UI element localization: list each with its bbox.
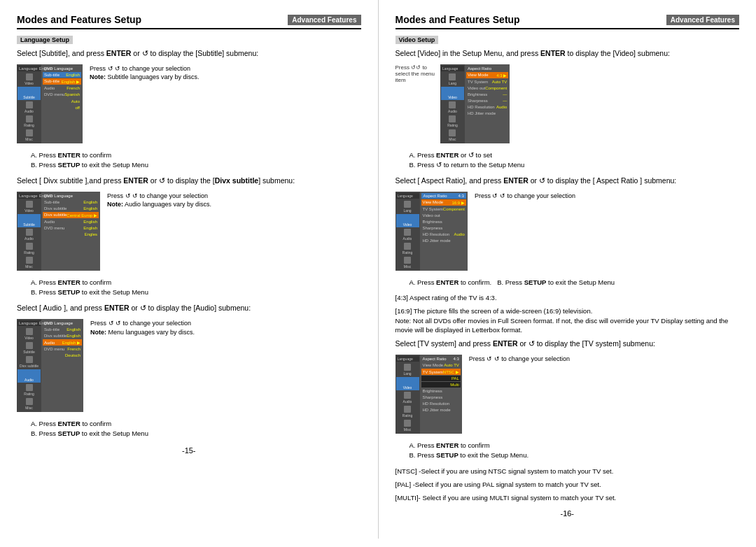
audio-menu-diagram: Language English Video Subtitle Divx sub…: [17, 319, 361, 412]
subtitle-menu-box: Language English Video Subtitle Audio: [17, 64, 83, 143]
ratio-169-desc: [16:9] The picture fills the screen of a…: [396, 306, 740, 334]
right-page-number: -16-: [396, 509, 740, 518]
audio-menu-video[interactable]: Video: [18, 327, 41, 341]
tv-menu-diagram: Language Lang Video Audio: [396, 355, 740, 434]
aspect-menu-box: Language Lang Video Audio: [396, 192, 468, 271]
menu-item-misc[interactable]: Misc: [18, 129, 41, 142]
tv-side-note: Press ↺ ↺ to change your selection: [469, 355, 739, 364]
divx-menu-diagram: Language English Video Subtitle Audio: [17, 192, 361, 271]
aspect-instruction: Select [ Aspect Ratio], and press ENTER …: [396, 176, 740, 186]
aspect-steps: A. Press ENTER to confirm. B. Press SETU…: [410, 278, 740, 287]
aspect-menu-misc[interactable]: Misc: [396, 256, 419, 269]
video-menu-rating[interactable]: Rating: [441, 115, 464, 128]
multi-desc: [MULTI]- Select if you are using MULTI s…: [396, 493, 740, 502]
divx-menu-audio[interactable]: Audio: [18, 228, 41, 241]
menu-item-video[interactable]: Video: [18, 73, 41, 86]
divx-menu-box: Language English Video Subtitle Audio: [17, 192, 100, 271]
aspect-side-note: Press ↺ ↺ to change your selection: [475, 192, 739, 201]
subtitle-side-note: Press ↺ ↺ to change your selection Note:…: [90, 64, 360, 82]
divx-menu-misc[interactable]: Misc: [18, 256, 41, 269]
tv-steps: A. Press ENTER to confirm B. Press SETUP…: [410, 441, 740, 461]
menu-item-audio[interactable]: Audio: [18, 101, 41, 114]
subtitle-instruction: Select [Subtitle], and press ENTER or ↺ …: [17, 48, 361, 59]
divx-instruction: Select [ Divx subtitle ],and press ENTER…: [17, 176, 361, 186]
video-menu-box: Language Lang Video Audio: [440, 64, 510, 143]
audio-menu-rating[interactable]: Rating: [18, 383, 41, 397]
video-menu-diagram: Press ↺↺ toselect the menuitem Language …: [396, 64, 740, 143]
right-advanced-badge: Advanced Features: [666, 15, 739, 25]
menu-item-rating[interactable]: Rating: [18, 115, 41, 128]
aspect-menu-rating[interactable]: Rating: [396, 242, 419, 255]
left-section-tag: Language Setup: [17, 36, 73, 44]
left-page-number: -15-: [17, 446, 361, 455]
aspect-menu-video[interactable]: Video: [396, 214, 419, 227]
divx-menu-video[interactable]: Video: [18, 200, 41, 213]
tv-system-instruction: Select [TV system] and press ENTER or ↺ …: [396, 339, 740, 349]
video-menu-misc[interactable]: Misc: [441, 129, 464, 142]
video-steps: A. Press ENTER or ↺ to set B. Press ↺ to…: [410, 150, 740, 171]
pal-desc: [PAL] -Select if you are using PAL signa…: [396, 480, 740, 489]
audio-side-note: Press ↺ ↺ to change your selection Note:…: [90, 319, 360, 336]
left-page: Modes and Features Setup Advanced Featur…: [0, 0, 378, 539]
subtitle-steps: A. Press ENTER to confirm B. Press SETUP…: [31, 150, 361, 171]
right-page-title: Modes and Features Setup: [396, 14, 520, 25]
divx-side-note: Press ↺ ↺ to change your selection Note:…: [107, 192, 360, 209]
left-advanced-badge: Advanced Features: [288, 15, 360, 25]
left-page-header: Modes and Features Setup Advanced Featur…: [17, 14, 361, 29]
divx-steps: A. Press ENTER to confirm B. Press SETUP…: [31, 278, 361, 298]
tv-menu-lang[interactable]: Lang: [396, 363, 419, 376]
tv-menu-misc[interactable]: Misc: [396, 419, 419, 432]
video-menu-lang[interactable]: Lang: [441, 73, 464, 86]
ratio-43-desc: [4:3] Aspect rating of the TV is 4:3.: [396, 293, 740, 302]
video-instruction: Select [Video] in the Setup Menu, and pr…: [396, 48, 740, 59]
right-section-tag: Video Setup: [396, 36, 439, 44]
audio-menu-misc[interactable]: Misc: [18, 397, 41, 411]
tv-menu-rating[interactable]: Rating: [396, 405, 419, 418]
divx-menu-rating[interactable]: Rating: [18, 242, 41, 255]
aspect-menu-audio[interactable]: Audio: [396, 228, 419, 241]
audio-menu-divx[interactable]: Divx subtitle: [18, 355, 41, 369]
tv-menu-box: Language Lang Video Audio: [396, 355, 462, 434]
audio-menu-audio[interactable]: Audio: [18, 369, 41, 383]
aspect-menu-diagram: Language Lang Video Audio: [396, 192, 740, 271]
ntsc-desc: [NTSC] -Select if you are using NTSC sig…: [396, 467, 740, 476]
tv-menu-video[interactable]: Video: [396, 377, 419, 390]
audio-menu-box: Language English Video Subtitle Divx sub…: [17, 319, 83, 412]
audio-instruction: Select [ Audio ], and press ENTER or ↺ t…: [17, 303, 361, 313]
audio-steps: A. Press ENTER to confirm B. Press SETUP…: [31, 419, 361, 439]
menu-item-subtitle[interactable]: Subtitle: [18, 87, 41, 100]
right-page-header: Modes and Features Setup Advanced Featur…: [396, 14, 740, 29]
tv-menu-audio[interactable]: Audio: [396, 391, 419, 404]
left-page-title: Modes and Features Setup: [17, 14, 141, 25]
video-menu-audio[interactable]: Audio: [441, 101, 464, 114]
aspect-menu-lang[interactable]: Lang: [396, 200, 419, 213]
divx-menu-subtitle[interactable]: Subtitle: [18, 214, 41, 227]
right-page: Modes and Features Setup Advanced Featur…: [379, 0, 757, 539]
subtitle-menu-diagram: Language English Video Subtitle Audio: [17, 64, 361, 143]
video-menu-video[interactable]: Video: [441, 87, 464, 100]
audio-menu-subtitle[interactable]: Subtitle: [18, 341, 41, 355]
